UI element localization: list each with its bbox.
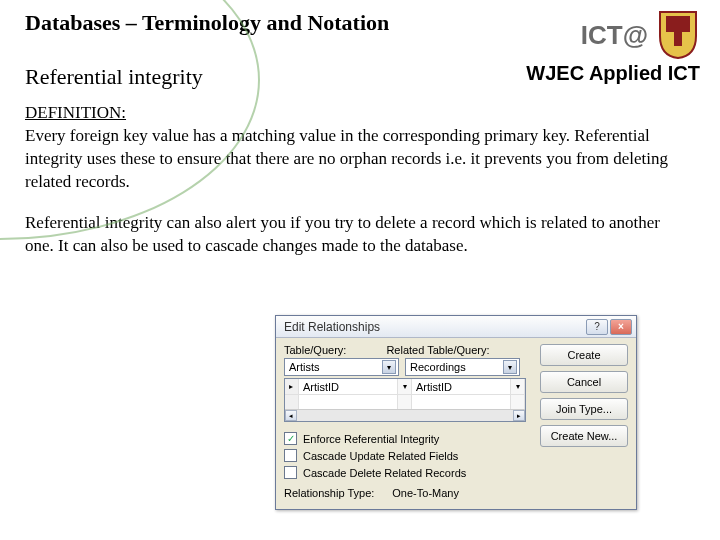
dialog-button-column: Create Cancel Join Type... Create New... — [540, 344, 628, 447]
checkbox-label: Cascade Delete Related Records — [303, 467, 466, 479]
chevron-down-icon: ▾ — [382, 360, 396, 374]
create-button[interactable]: Create — [540, 344, 628, 366]
scroll-left-icon[interactable]: ◂ — [285, 410, 297, 421]
related-table-query-combo[interactable]: Recordings ▾ — [405, 358, 520, 376]
left-field-value: ArtistID — [299, 379, 398, 394]
svg-rect-0 — [666, 16, 690, 32]
table-query-combo[interactable]: Artists ▾ — [284, 358, 399, 376]
row-selector-icon — [285, 395, 299, 410]
edit-relationships-dialog: Edit Relationships ? × Table/Query: Rela… — [275, 315, 637, 510]
table-query-label: Table/Query: — [284, 344, 346, 356]
chevron-down-icon: ▾ — [503, 360, 517, 374]
dialog-titlebar[interactable]: Edit Relationships ? × — [276, 316, 636, 338]
relationship-type-value: One-To-Many — [392, 487, 459, 499]
close-icon: × — [618, 321, 624, 332]
field-mapping-grid[interactable]: ▸ ArtistID ▾ ArtistID ▾ ◂ ▸ — [284, 378, 526, 422]
help-icon: ? — [594, 321, 600, 332]
row-selector-icon: ▸ — [285, 379, 299, 394]
create-new-button[interactable]: Create New... — [540, 425, 628, 447]
cascade-update-checkbox[interactable]: Cascade Update Related Fields — [284, 449, 628, 462]
checkbox-label: Cascade Update Related Fields — [303, 450, 458, 462]
chevron-down-icon: ▾ — [511, 379, 525, 394]
related-table-query-label: Related Table/Query: — [386, 344, 489, 356]
relationship-type-label: Relationship Type: — [284, 487, 374, 499]
related-table-query-value: Recordings — [410, 361, 466, 373]
horizontal-scrollbar[interactable]: ◂ ▸ — [285, 409, 525, 421]
right-field-value: ArtistID — [412, 379, 511, 394]
close-button[interactable]: × — [610, 319, 632, 335]
table-query-value: Artists — [289, 361, 320, 373]
brand-block: ICT@ WJEC Applied ICT — [526, 10, 700, 85]
cancel-button[interactable]: Cancel — [540, 371, 628, 393]
join-type-button[interactable]: Join Type... — [540, 398, 628, 420]
dialog-body: Table/Query: Related Table/Query: Artist… — [276, 338, 636, 509]
checkbox-unchecked-icon — [284, 466, 297, 479]
dialog-title: Edit Relationships — [284, 320, 380, 334]
scroll-right-icon[interactable]: ▸ — [513, 410, 525, 421]
brand-top-text: ICT@ — [581, 20, 648, 51]
checkbox-label: Enforce Referential Integrity — [303, 433, 439, 445]
svg-rect-1 — [674, 32, 682, 46]
cascade-delete-checkbox[interactable]: Cascade Delete Related Records — [284, 466, 628, 479]
checkbox-unchecked-icon — [284, 449, 297, 462]
window-buttons: ? × — [586, 319, 632, 335]
brand-sub-text: WJEC Applied ICT — [526, 62, 700, 85]
crest-icon — [656, 10, 700, 60]
field-row[interactable]: ▸ ArtistID ▾ ArtistID ▾ — [285, 379, 525, 395]
chevron-down-icon: ▾ — [398, 379, 412, 394]
help-button[interactable]: ? — [586, 319, 608, 335]
checkbox-checked-icon: ✓ — [284, 432, 297, 445]
relationship-type-row: Relationship Type: One-To-Many — [284, 487, 628, 499]
